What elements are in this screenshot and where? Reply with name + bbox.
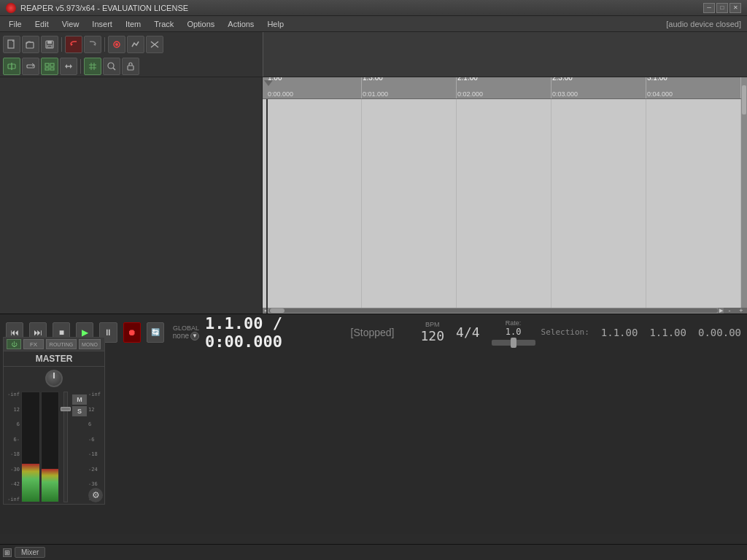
grid-button[interactable]: [84, 58, 101, 75]
vertical-scrollbar[interactable]: [741, 77, 747, 308]
master-gear-button[interactable]: ⚙: [88, 488, 103, 502]
app-icon: [6, 3, 16, 13]
menu-edit[interactable]: Edit: [29, 18, 55, 30]
menu-file[interactable]: File: [3, 18, 28, 30]
bottom-panel: ⊞ Mixer: [0, 544, 747, 560]
mixer-button[interactable]: Mixer: [15, 547, 45, 558]
master-fader-area: [61, 392, 71, 502]
time-stretch-button[interactable]: [60, 58, 77, 75]
mute-button[interactable]: M: [72, 394, 87, 405]
title-text: REAPER v5.973/x64 - EVALUATION LICENSE: [20, 4, 188, 12]
routing-button[interactable]: ROUTING: [46, 339, 77, 349]
scroll-right-button[interactable]: ▶: [718, 308, 724, 314]
menu-bar: File Edit View Insert Item Track Options…: [0, 16, 747, 32]
scroll-thumb[interactable]: [270, 308, 285, 313]
save-button[interactable]: [41, 36, 58, 53]
meter-fill-left: [22, 464, 39, 502]
master-volume-knob[interactable]: [45, 370, 63, 387]
db-labels-right: -inf 12 6 -6 -18 -24 -36 -54: [88, 392, 101, 502]
meter-fill-right: [42, 469, 59, 502]
toolbar-row1: [3, 34, 260, 55]
envelope-button[interactable]: [127, 36, 144, 53]
toolbar-left: [0, 32, 263, 77]
transport-bar: ⏮ ⏭ ■ ▶ ⏸ ⏺ 🔄 GLOBAL none ▼ 1.1.00 / 0:0…: [0, 314, 747, 350]
bpm-value[interactable]: 120: [421, 328, 445, 343]
mixer-label: Mixer: [21, 548, 39, 556]
none-label: none: [173, 332, 189, 340]
undo-button[interactable]: [65, 36, 82, 53]
rate-slider[interactable]: [492, 340, 535, 346]
menu-view[interactable]: View: [56, 18, 85, 30]
ruler-mark-5: 3.1.00 0:04.000: [646, 77, 673, 98]
fx-button[interactable]: FX: [23, 339, 44, 349]
open-button[interactable]: [22, 36, 39, 53]
close-button[interactable]: ✕: [729, 3, 741, 13]
toolbar-right: [263, 32, 747, 77]
zoom-in-button[interactable]: +: [735, 308, 747, 314]
master-knob-row: [4, 367, 104, 390]
meter-bar-left: [21, 392, 40, 502]
crossfade-button[interactable]: [146, 36, 163, 53]
menu-item[interactable]: Item: [120, 18, 147, 30]
mixer-icon[interactable]: ⊞: [3, 548, 12, 557]
new-project-button[interactable]: [3, 36, 20, 53]
selection-length: 0.00.00: [698, 327, 741, 338]
ruler-mark-4: 2.3.00 0:03.000: [551, 77, 578, 98]
toolbar-row2: [3, 56, 260, 77]
solo-button[interactable]: S: [72, 406, 87, 416]
menu-help[interactable]: Help: [261, 18, 290, 30]
menu-insert[interactable]: Insert: [86, 18, 118, 30]
zoom-button[interactable]: [103, 58, 120, 75]
svg-rect-3: [47, 41, 52, 44]
toolbar-separator-3: [80, 59, 81, 74]
arrangement-tracks[interactable]: [263, 99, 747, 314]
audio-status: [audio device closed]: [666, 20, 744, 28]
menu-options[interactable]: Options: [181, 18, 220, 30]
svg-point-6: [115, 43, 118, 46]
lock-button[interactable]: [122, 58, 139, 75]
horizontal-scrollbar[interactable]: ◀ ▶ - +: [263, 308, 747, 314]
svg-point-19: [108, 63, 114, 69]
svg-rect-13: [50, 68, 54, 70]
record-button[interactable]: ⏺: [123, 322, 141, 343]
ripple-button[interactable]: [108, 36, 125, 53]
global-dropdown-button[interactable]: ▼: [190, 332, 199, 341]
loop-button[interactable]: [22, 58, 39, 75]
time-signature[interactable]: 4/4: [456, 324, 480, 340]
zoom-out-button[interactable]: -: [724, 308, 735, 314]
rate-area: Rate: 1.0: [492, 319, 535, 346]
selection-info: Selection: 1.1.00 1.1.00 0.00.00: [541, 327, 741, 338]
bottom-section: ⏻ FX ROUTING MONO MASTER -inf 12 6 6- -1…: [0, 350, 747, 534]
master-header: ⏻ FX ROUTING MONO: [4, 338, 104, 351]
menu-track[interactable]: Track: [148, 18, 179, 30]
mute-solo-buttons: M S: [72, 392, 87, 502]
mono-button[interactable]: MONO: [79, 339, 101, 349]
svg-rect-12: [45, 68, 49, 70]
rate-thumb: [511, 338, 516, 348]
selection-end: 1.1.00: [649, 327, 686, 338]
global-label: GLOBAL: [173, 324, 199, 332]
svg-line-20: [113, 68, 115, 70]
redo-button[interactable]: [84, 36, 101, 53]
track-panel: [0, 77, 263, 314]
menu-actions[interactable]: Actions: [222, 18, 260, 30]
main-area: 1.00 0:00.000 1.3.00 0:01.000 2.1.00 0:0…: [0, 77, 747, 314]
fader-thumb[interactable]: [61, 407, 71, 411]
group-button[interactable]: [41, 58, 58, 75]
arrangement-canvas[interactable]: 1.00 0:00.000 1.3.00 0:01.000 2.1.00 0:0…: [263, 77, 747, 314]
title-bar: REAPER v5.973/x64 - EVALUATION LICENSE ─…: [0, 0, 747, 16]
meter-bars: [21, 392, 59, 502]
repeat-button[interactable]: 🔄: [147, 322, 164, 343]
master-power-button[interactable]: ⏻: [7, 339, 21, 349]
fader-track[interactable]: [63, 392, 68, 502]
maximize-button[interactable]: □: [716, 3, 728, 13]
minimize-button[interactable]: ─: [703, 3, 715, 13]
toolbar-separator: [61, 37, 62, 52]
master-meters: -inf 12 6 6- -18 -30 -42 -inf: [4, 390, 104, 504]
rate-label: Rate:: [506, 319, 522, 327]
vertical-scroll-thumb[interactable]: [742, 85, 746, 114]
snap-toggle[interactable]: [3, 58, 20, 75]
toolbar-section: [0, 32, 747, 77]
rate-value: 1.0: [506, 327, 522, 337]
record-arm-area: GLOBAL none ▼: [173, 324, 199, 341]
